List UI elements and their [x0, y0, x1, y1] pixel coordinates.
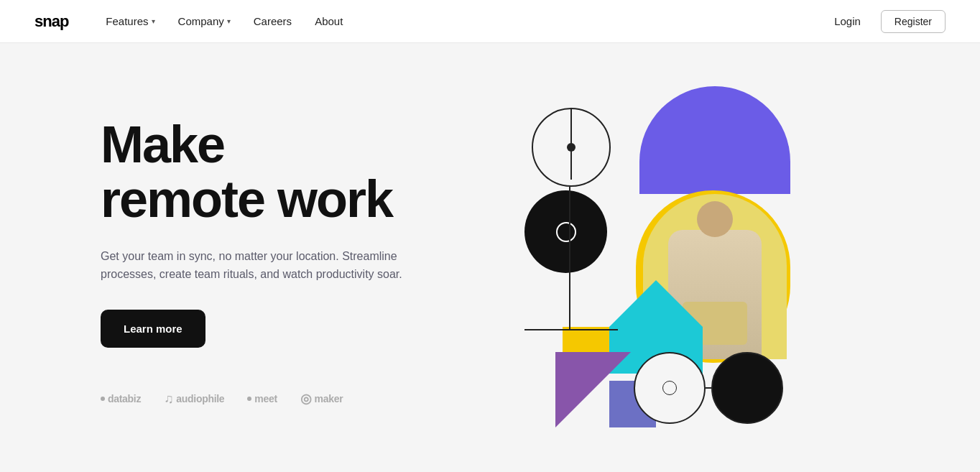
chevron-down-icon: ▾: [227, 17, 231, 25]
nav-item-careers[interactable]: Careers: [245, 9, 300, 33]
navbar: snap Features ▾ Company ▾ Careers About …: [0, 0, 980, 43]
vertical-line-shape: [570, 108, 572, 180]
login-link[interactable]: Login: [826, 9, 869, 33]
chevron-down-icon: ▾: [152, 17, 155, 25]
black-circle-shape: [524, 190, 607, 273]
logo-databiz: databiz: [101, 393, 141, 404]
cyan-triangle-top: [609, 280, 703, 327]
nav-right: Login Register: [826, 9, 946, 33]
logo-dot-icon: [247, 397, 251, 401]
nav-links: Features ▾ Company ▾ Careers About: [97, 9, 826, 33]
register-button[interactable]: Register: [881, 10, 946, 33]
hero-subtitle: Get your team in sync, no matter your lo…: [101, 247, 402, 284]
horizontal-line-shape: [524, 329, 618, 330]
hero-title: Make remote work: [101, 118, 474, 226]
glass-left-circle: [634, 352, 706, 424]
nav-company-label: Company: [178, 15, 224, 27]
logo-audiophile: ♫ audiophile: [164, 392, 224, 405]
nav-item-features[interactable]: Features ▾: [97, 9, 163, 33]
logo-dot-icon: [101, 397, 105, 401]
hero-illustration: [503, 86, 790, 438]
purple-arc-shape: [639, 86, 790, 194]
nav-item-about[interactable]: About: [306, 9, 351, 33]
nav-careers-label: Careers: [254, 15, 292, 27]
glasses-shape: [634, 352, 783, 424]
hero-content: Make remote work Get your team in sync, …: [101, 118, 503, 406]
nav-item-company[interactable]: Company ▾: [170, 9, 239, 33]
glass-right-circle: [711, 352, 783, 424]
center-line-shape: [569, 187, 570, 330]
logo-meet: meet: [247, 393, 277, 404]
person-head-shape: [697, 201, 733, 237]
glass-bridge-shape: [706, 387, 711, 389]
nav-features-label: Features: [106, 15, 148, 27]
logo-maker: ◎ maker: [300, 391, 343, 407]
hero-section: Make remote work Get your team in sync, …: [0, 43, 980, 472]
nav-about-label: About: [315, 15, 343, 27]
learn-more-button[interactable]: Learn more: [101, 310, 205, 348]
brand-logo[interactable]: snap: [34, 12, 68, 31]
black-circle-inner-shape: [556, 222, 576, 242]
partner-logos: databiz ♫ audiophile meet ◎ maker: [101, 391, 474, 407]
